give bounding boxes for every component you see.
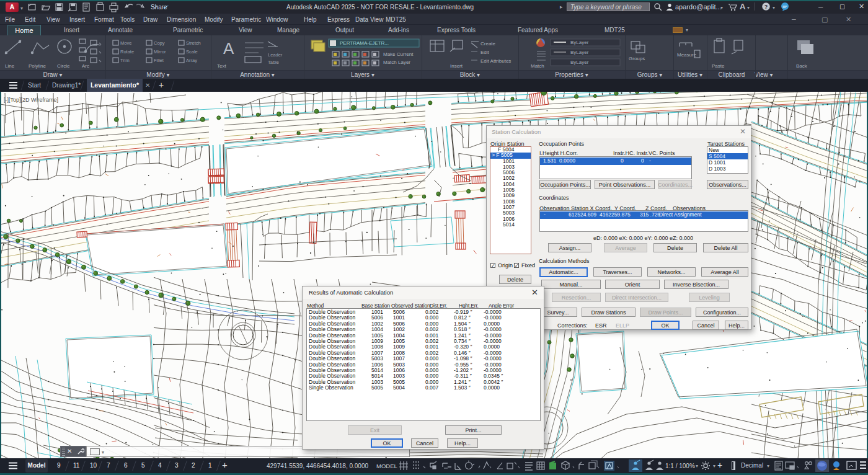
svg-text:Circle: Circle bbox=[57, 63, 70, 69]
svg-text:Array: Array bbox=[186, 58, 197, 63]
svg-text:Edit Attributes: Edit Attributes bbox=[480, 58, 511, 64]
svg-text:Trim: Trim bbox=[120, 58, 130, 63]
svg-text:Match Layer: Match Layer bbox=[383, 60, 410, 65]
svg-text:Scale: Scale bbox=[186, 49, 198, 55]
svg-text:Match: Match bbox=[531, 63, 544, 69]
svg-text:PERTRAMA-EJETR...: PERTRAMA-EJETR... bbox=[340, 40, 389, 46]
svg-text:ByLayer: ByLayer bbox=[570, 50, 589, 55]
svg-text:ByLayer: ByLayer bbox=[570, 60, 589, 65]
svg-text:▾: ▾ bbox=[696, 463, 698, 469]
svg-text:▾: ▾ bbox=[713, 463, 715, 469]
svg-text:Leader: Leader bbox=[268, 52, 283, 58]
svg-text:Stretch: Stretch bbox=[186, 40, 201, 46]
svg-text:Paste: Paste bbox=[712, 63, 725, 69]
svg-text:?: ? bbox=[764, 4, 768, 10]
svg-text:Back: Back bbox=[796, 63, 808, 69]
svg-text:Create: Create bbox=[480, 41, 496, 47]
svg-text:Groups: Groups bbox=[629, 56, 645, 61]
svg-text:Insert: Insert bbox=[450, 63, 463, 69]
svg-text:Measure: Measure bbox=[677, 52, 697, 58]
svg-text:Line: Line bbox=[5, 63, 15, 69]
svg-text:Copy: Copy bbox=[154, 40, 165, 46]
svg-text:Text: Text bbox=[217, 63, 226, 69]
svg-text:Mirror: Mirror bbox=[154, 49, 166, 55]
svg-text:Make Current: Make Current bbox=[383, 51, 414, 57]
svg-text:Arc: Arc bbox=[82, 63, 89, 69]
svg-text:Rotate: Rotate bbox=[120, 49, 134, 55]
svg-text:ByLayer: ByLayer bbox=[570, 40, 589, 45]
svg-text:A: A bbox=[223, 39, 234, 58]
svg-text:Fillet: Fillet bbox=[154, 58, 164, 63]
svg-text:Move: Move bbox=[120, 40, 131, 46]
svg-text:Polyline: Polyline bbox=[29, 63, 46, 69]
svg-text:1:1 / 100%: 1:1 / 100% bbox=[665, 463, 695, 469]
svg-text:Edit: Edit bbox=[480, 50, 490, 55]
svg-text:Table: Table bbox=[268, 60, 279, 65]
